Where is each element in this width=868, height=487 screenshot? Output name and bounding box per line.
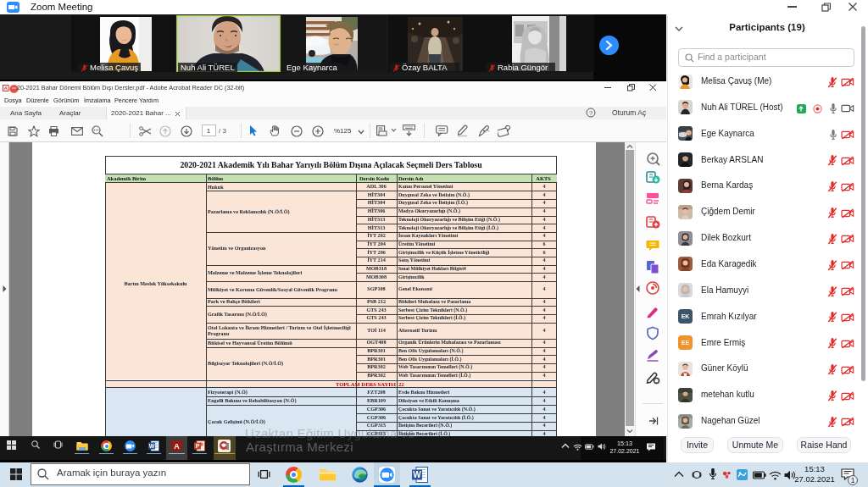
svg-text:?: ? [589,109,593,117]
svg-text:P: P [196,443,200,449]
svg-text:A: A [174,442,180,451]
svg-text:A: A [4,86,8,91]
svg-text:W: W [413,470,421,479]
svg-text:W: W [149,443,155,449]
